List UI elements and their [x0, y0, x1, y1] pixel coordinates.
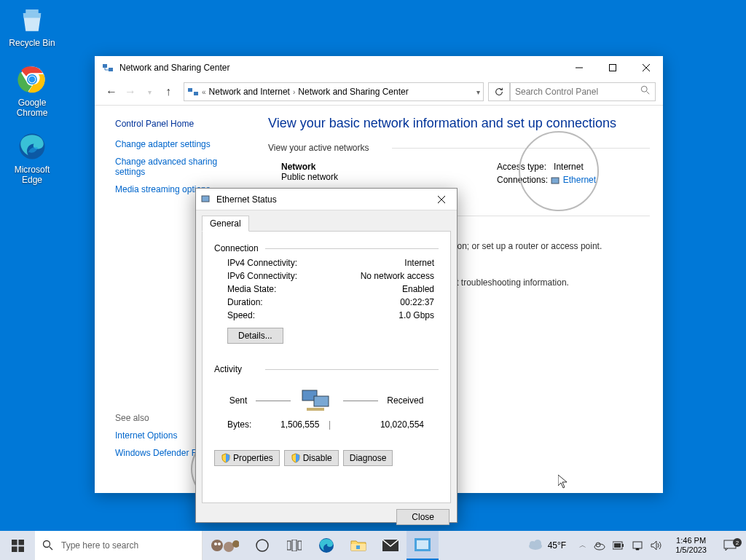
- sent-label: Sent: [229, 395, 248, 406]
- tray-overflow-icon[interactable]: ︿: [579, 540, 586, 551]
- start-button[interactable]: [0, 531, 35, 560]
- cortana-icon: [255, 538, 270, 553]
- desktop-label: Microsoft Edge: [4, 165, 60, 186]
- clock-time: 1:46 PM: [675, 536, 707, 545]
- svg-rect-0: [25, 9, 39, 13]
- control-panel-icon: [415, 538, 431, 551]
- dialog-ethernet-status: Ethernet Status General Connection IPv4 …: [195, 188, 458, 523]
- received-value: 10,020,554: [380, 419, 424, 430]
- chevron-right-icon: ›: [293, 88, 295, 96]
- network-tray-icon[interactable]: [632, 540, 643, 551]
- network-type: Public network: [281, 172, 497, 182]
- network-name: Network: [281, 162, 497, 172]
- sidebar-home-link[interactable]: Control Panel Home: [115, 119, 248, 129]
- sidebar-item-advanced-sharing[interactable]: Change advanced sharing settings: [115, 157, 248, 177]
- tab-general[interactable]: General: [202, 216, 249, 232]
- connections-label: Connections:: [497, 175, 548, 185]
- disable-button[interactable]: Disable: [284, 450, 339, 466]
- svg-rect-28: [287, 541, 291, 550]
- breadcrumb-item[interactable]: Network and Internet: [209, 87, 290, 97]
- address-bar[interactable]: « Network and Internet › Network and Sha…: [184, 82, 484, 101]
- svg-point-27: [256, 540, 268, 551]
- svg-rect-36: [417, 540, 428, 549]
- taskbar-cortana-button[interactable]: [246, 531, 278, 560]
- ethernet-icon: [550, 176, 560, 186]
- taskbar-news-button[interactable]: [203, 531, 246, 560]
- taskbar-explorer-button[interactable]: [342, 531, 374, 560]
- breadcrumb-item[interactable]: Network and Sharing Center: [298, 87, 408, 97]
- diagnose-button[interactable]: Diagnose: [343, 450, 393, 466]
- access-type-label: Access type:: [497, 162, 546, 172]
- divider-line: [256, 401, 291, 401]
- ethernet-link[interactable]: Ethernet: [563, 175, 596, 185]
- page-title: View your basic network information and …: [268, 116, 650, 131]
- desktop-icon-recycle-bin[interactable]: Recycle Bin: [4, 4, 60, 48]
- svg-point-24: [218, 543, 221, 545]
- battery-icon[interactable]: [613, 540, 624, 551]
- svg-rect-13: [202, 196, 209, 202]
- media-state-label: Media State:: [227, 284, 276, 294]
- search-box[interactable]: [510, 82, 656, 101]
- received-label: Received: [387, 395, 423, 406]
- news-icon: [210, 537, 239, 554]
- svg-rect-30: [298, 541, 302, 550]
- speed-label: Speed:: [227, 310, 255, 320]
- search-icon[interactable]: [640, 85, 651, 98]
- taskbar-mail-button[interactable]: [374, 531, 407, 560]
- svg-rect-43: [622, 544, 624, 547]
- svg-rect-7: [109, 68, 113, 71]
- svg-rect-12: [551, 178, 559, 184]
- computers-icon: [299, 387, 334, 414]
- taskbar-control-panel-button[interactable]: [407, 531, 439, 560]
- taskbar-taskview-button[interactable]: [278, 531, 310, 560]
- svg-rect-19: [12, 546, 17, 552]
- taskbar-notifications[interactable]: 2: [714, 540, 746, 551]
- dialog-title: Ethernet Status: [216, 194, 431, 205]
- nav-back-button[interactable]: ←: [102, 82, 121, 101]
- onedrive-icon[interactable]: [594, 540, 605, 551]
- refresh-button[interactable]: [488, 82, 510, 101]
- minimize-button[interactable]: [562, 56, 596, 79]
- dialog-titlebar[interactable]: Ethernet Status: [196, 189, 457, 210]
- taskview-icon: [287, 540, 302, 551]
- taskbar-search[interactable]: Type here to search: [35, 531, 203, 560]
- properties-button[interactable]: Properties: [214, 450, 280, 466]
- taskbar-weather[interactable]: 45°F: [520, 539, 573, 552]
- access-type-value: Internet: [554, 162, 584, 172]
- dialog-close-button[interactable]: [431, 191, 452, 208]
- media-state-value: Enabled: [402, 284, 434, 294]
- shield-icon: [291, 453, 301, 463]
- window-title: Network and Sharing Center: [119, 63, 562, 73]
- window-titlebar[interactable]: Network and Sharing Center: [95, 56, 663, 79]
- svg-rect-29: [292, 540, 297, 551]
- close-button[interactable]: [629, 56, 663, 79]
- sidebar-item-adapter-settings[interactable]: Change adapter settings: [115, 139, 248, 149]
- close-button[interactable]: Close: [396, 509, 449, 525]
- chevron-right-icon: «: [202, 88, 206, 96]
- details-button[interactable]: Details...: [227, 328, 283, 344]
- maximize-button[interactable]: [596, 56, 629, 79]
- svg-rect-8: [610, 64, 616, 71]
- nav-recent-dropdown[interactable]: ▾: [140, 82, 159, 101]
- search-input[interactable]: [515, 87, 640, 97]
- taskbar-clock[interactable]: 1:46 PM 1/5/2023: [668, 536, 714, 555]
- svg-point-23: [214, 543, 217, 545]
- nav-up-button[interactable]: ↑: [159, 82, 178, 101]
- svg-rect-9: [188, 88, 192, 92]
- desktop-icon-chrome[interactable]: Google Chrome: [4, 64, 60, 119]
- desktop-label: Google Chrome: [4, 98, 60, 119]
- volume-icon[interactable]: [651, 540, 662, 551]
- mail-icon: [382, 540, 398, 551]
- duration-label: Duration:: [227, 297, 263, 307]
- sent-value: 1,506,555: [280, 419, 319, 430]
- chevron-down-icon[interactable]: ▾: [476, 88, 480, 96]
- notification-badge: 2: [733, 538, 742, 547]
- svg-point-4: [29, 76, 36, 83]
- taskbar-edge-button[interactable]: [310, 531, 342, 560]
- desktop-icon-edge[interactable]: Microsoft Edge: [4, 131, 60, 186]
- svg-point-21: [44, 541, 50, 548]
- svg-rect-33: [356, 545, 360, 549]
- system-tray[interactable]: ︿: [573, 540, 668, 551]
- weather-icon: [527, 539, 543, 552]
- nav-forward-button[interactable]: →: [121, 82, 140, 101]
